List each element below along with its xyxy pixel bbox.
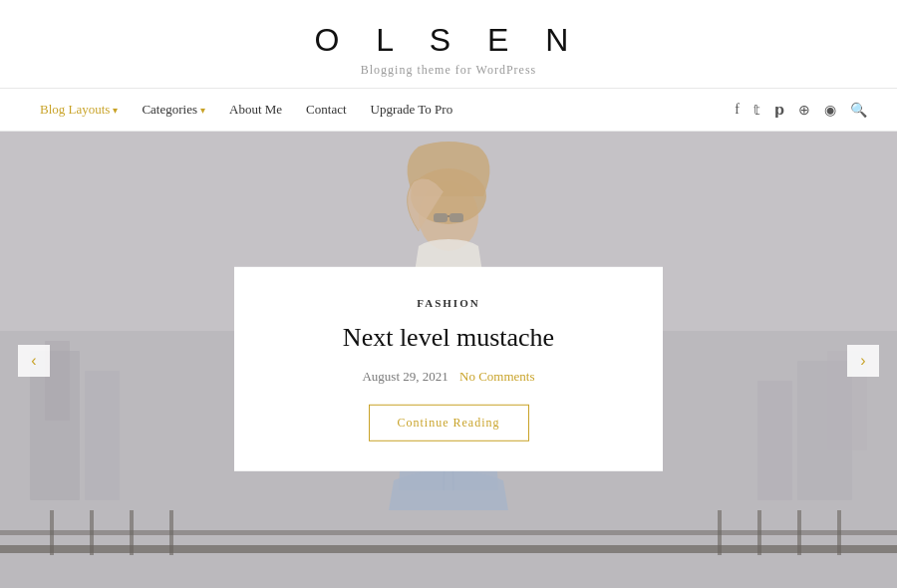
chevron-down-icon: ▾ [113, 105, 118, 116]
svg-rect-6 [757, 381, 792, 500]
svg-rect-16 [797, 510, 801, 555]
svg-rect-12 [130, 510, 134, 555]
slider-next-button[interactable]: › [847, 345, 879, 377]
nav-item-categories[interactable]: Categories ▾ [132, 88, 215, 132]
pinterest-icon[interactable]: 𝗽 [774, 102, 784, 119]
nav-left: Blog Layouts ▾ Categories ▾ About Me Con… [30, 88, 462, 132]
slider-prev-button[interactable]: ‹ [18, 345, 50, 377]
svg-rect-21 [449, 213, 463, 222]
continue-reading-button[interactable]: Continue Reading [369, 405, 529, 441]
svg-rect-20 [434, 213, 448, 222]
svg-rect-8 [0, 545, 897, 553]
site-tagline: Blogging theme for WordPress [0, 63, 897, 78]
svg-rect-14 [718, 510, 722, 555]
nav-item-contact[interactable]: Contact [296, 88, 356, 132]
svg-rect-13 [169, 510, 173, 555]
card-date: August 29, 2021 [362, 369, 448, 384]
site-header: O L S E N Blogging theme for WordPress [0, 0, 897, 88]
card-category: Fashion [274, 297, 623, 309]
svg-rect-11 [90, 510, 94, 555]
svg-rect-15 [757, 510, 761, 555]
nav-item-about-me[interactable]: About Me [219, 88, 292, 132]
svg-rect-10 [50, 510, 54, 555]
card-comments-link[interactable]: No Comments [459, 369, 534, 384]
card-title: Next level mustache [274, 321, 623, 355]
svg-rect-3 [85, 371, 120, 500]
svg-rect-17 [837, 510, 841, 555]
nav-item-blog-layouts[interactable]: Blog Layouts ▾ [30, 88, 128, 132]
nav-right: f 𝕥 𝗽 ⊕ ◉ 🔍 [735, 102, 867, 119]
rss-icon[interactable]: ◉ [824, 102, 836, 119]
hero-slider: Fashion Next level mustache August 29, 2… [0, 132, 897, 588]
facebook-icon[interactable]: f [735, 102, 740, 118]
twitter-icon[interactable]: 𝕥 [753, 102, 760, 119]
hero-card: Fashion Next level mustache August 29, 2… [234, 267, 663, 471]
nav-item-upgrade[interactable]: Upgrade To Pro [361, 88, 463, 132]
site-title: O L S E N [0, 22, 897, 59]
svg-rect-9 [0, 530, 897, 535]
chevron-down-icon: ▾ [200, 105, 205, 116]
search-icon[interactable]: 🔍 [850, 102, 867, 119]
card-meta: August 29, 2021 No Comments [274, 369, 623, 385]
main-nav: Blog Layouts ▾ Categories ▾ About Me Con… [0, 88, 897, 132]
globe-icon[interactable]: ⊕ [798, 102, 810, 119]
